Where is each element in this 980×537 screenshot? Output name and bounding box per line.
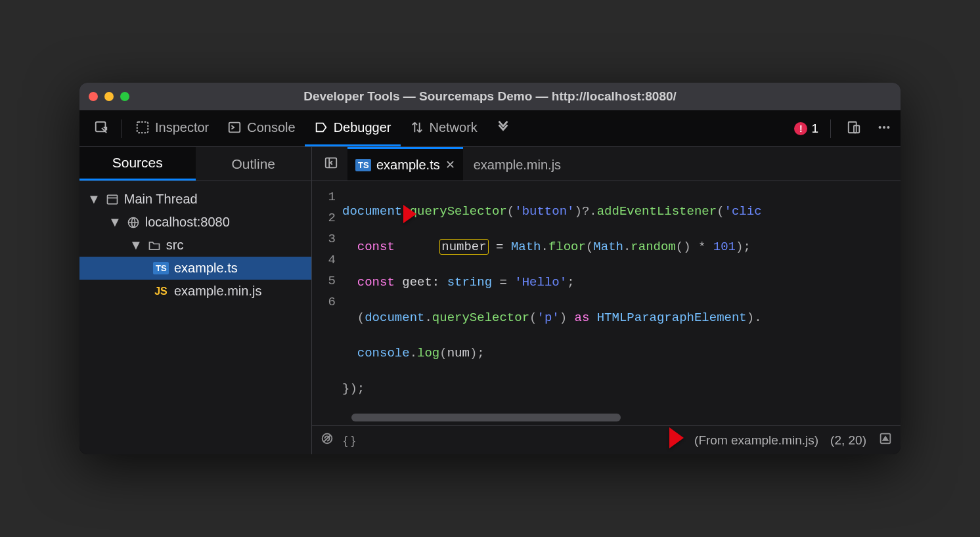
highlighted-type: number [439,239,488,255]
code-token: }); [342,381,365,396]
sources-tree: ▼ Main Thread ▼ localhost:8080 ▼ src TS … [79,181,311,303]
code-token: as [567,311,597,325]
line-number: 1 [315,186,336,207]
sources-sidebar: Sources Outline ▼ Main Thread ▼ localhos… [79,147,312,454]
svg-point-5 [879,126,881,129]
devtools-toolbar: Inspector Console Debugger Network ! 1 [79,110,901,147]
line-number: 6 [315,291,336,312]
tab-network-label: Network [430,120,478,135]
sidebar-tabs: Sources Outline [79,147,311,181]
svg-rect-8 [107,195,117,204]
tree-label: localhost:8080 [145,215,230,230]
ts-file-icon: TS [355,159,371,171]
code-token: document [365,311,424,325]
window-icon [106,193,119,206]
error-icon: ! [794,122,807,135]
editor-tab-label: example.min.js [474,158,561,173]
code-token: = [489,240,511,254]
svg-point-6 [883,126,885,129]
code-token: g [395,275,410,290]
maximize-window-button[interactable] [120,92,129,101]
code-token: 'clic [724,204,762,219]
tree-main-thread[interactable]: ▼ Main Thread [79,188,311,211]
tree-label: src [166,238,184,253]
tree-label: Main Thread [124,192,198,207]
sidebar-tab-outline[interactable]: Outline [196,147,312,181]
tab-console-label: Console [247,120,295,135]
code-viewport[interactable]: 1 2 3 4 5 6 document.querySelector('butt… [312,181,901,425]
titlebar: Developer Tools — Sourcemaps Demo — http… [79,83,901,110]
code-token: Math [511,240,541,254]
source-origin-label: (From example.min.js) [694,433,818,448]
code-token: console [357,346,410,360]
code-token: 101 [713,240,736,254]
line-number: 2 [315,207,336,228]
tree-folder-src[interactable]: ▼ src [79,234,311,257]
source-map-icon[interactable] [878,431,893,449]
element-picker-button[interactable] [85,110,118,146]
window-title: Developer Tools — Sourcemaps Demo — http… [79,89,901,104]
js-file-icon: JS [153,286,169,297]
annotation-arrow-icon [644,421,685,454]
editor-tabs: TS example.ts ✕ example.min.js [312,147,901,181]
code-token: addEventListener [597,204,717,219]
chevron-down-icon: ▼ [108,215,122,230]
close-window-button[interactable] [89,92,98,101]
tree-file-example-min-js[interactable]: JS example.min.js [79,280,311,303]
code-token: HTMLParagraphElement [597,311,747,325]
line-number: 3 [315,228,336,249]
tab-inspector[interactable]: Inspector [126,110,218,146]
editor-area: TS example.ts ✕ example.min.js 1 2 3 4 5… [312,147,901,454]
svg-rect-3 [849,122,857,133]
globe-icon [127,216,140,229]
code-token: querySelector [410,204,507,219]
code-token: const [357,275,395,290]
folder-icon [148,239,161,252]
tab-debugger-label: Debugger [334,120,391,135]
tab-console[interactable]: Console [218,110,304,146]
tab-debugger[interactable]: Debugger [305,110,401,146]
tab-inspector-label: Inspector [155,120,209,135]
code-token: floor [548,240,586,254]
tabs-overflow-button[interactable] [487,110,520,146]
ts-file-icon: TS [153,262,169,274]
line-number: 5 [315,270,336,291]
blackbox-icon[interactable] [320,431,334,449]
annotation-arrow-icon [381,198,418,234]
code-token: 'Hello' [514,275,567,290]
chevron-down-icon: ▼ [129,238,143,253]
more-menu-button[interactable] [873,115,895,142]
code-token: eet: [410,275,447,290]
tree-label: example.ts [174,261,238,276]
responsive-mode-button[interactable] [843,115,865,142]
code-token: num [447,346,470,360]
code-token: random [631,240,675,254]
error-count-badge[interactable]: ! 1 [794,121,818,136]
horizontal-scrollbar[interactable] [351,414,621,421]
chevron-down-icon: ▼ [87,192,100,207]
editor-footer: { } (From example.min.js) (2, 20) [312,425,901,454]
editor-tab-example-ts[interactable]: TS example.ts ✕ [347,147,463,181]
tree-host[interactable]: ▼ localhost:8080 [79,211,311,234]
toolbar-divider [122,119,122,138]
minimize-window-button[interactable] [104,92,114,101]
toggle-sidebar-button[interactable] [317,150,345,178]
content-area: Sources Outline ▼ Main Thread ▼ localhos… [79,147,901,454]
cursor-position: (2, 20) [830,433,866,448]
svg-rect-1 [137,122,148,133]
code-token: string [447,275,492,290]
code-token: log [417,346,439,360]
error-count-value: 1 [811,121,818,136]
tab-network[interactable]: Network [401,110,487,146]
code-token: const [357,240,395,254]
pretty-print-button[interactable]: { } [344,433,355,448]
sidebar-tab-sources[interactable]: Sources [79,147,196,181]
line-number: 4 [315,249,336,270]
close-tab-button[interactable]: ✕ [445,158,455,172]
line-numbers: 1 2 3 4 5 6 [312,181,342,425]
svg-point-7 [887,126,889,129]
code-token: 'p' [537,311,559,325]
editor-tab-example-min-js[interactable]: example.min.js [466,147,569,181]
tree-file-example-ts[interactable]: TS example.ts [79,257,311,280]
toolbar-divider [830,119,831,138]
